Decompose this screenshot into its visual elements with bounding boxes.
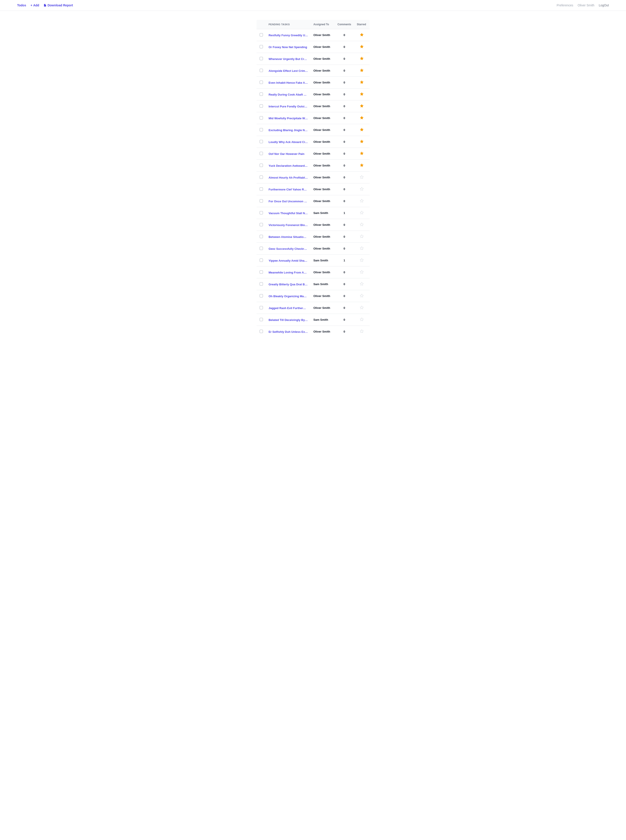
task-link[interactable]: Jagged Rash Evil Furthermore After <box>269 307 308 310</box>
row-checkbox[interactable] <box>260 81 263 84</box>
star-filled-icon[interactable] <box>360 139 364 144</box>
star-empty-icon[interactable] <box>360 329 364 333</box>
star-filled-icon[interactable] <box>360 33 364 37</box>
star-filled-icon[interactable] <box>360 104 364 108</box>
star-filled-icon[interactable] <box>360 128 364 131</box>
task-link[interactable]: Excluding Blaring Jingle Needily Green <box>269 128 308 132</box>
star-empty-icon[interactable] <box>360 318 364 321</box>
star-filled-icon[interactable] <box>360 92 364 96</box>
star-empty-icon[interactable] <box>360 235 364 238</box>
comments-cell: 0 <box>335 266 354 278</box>
nav-todos-link[interactable]: Todos <box>17 3 26 7</box>
task-link[interactable]: Intercut Pure Fondly Outside Jacket <box>269 105 308 108</box>
header-comments: Comments <box>335 20 354 29</box>
row-checkbox[interactable] <box>260 164 263 167</box>
table-row: Victoriously Forenenst Blog Questionably… <box>256 219 370 231</box>
row-checkbox[interactable] <box>260 318 263 321</box>
task-link[interactable]: Victoriously Forenenst Blog Questionably <box>269 224 308 227</box>
row-checkbox[interactable] <box>260 235 263 238</box>
row-checkbox[interactable] <box>260 128 263 131</box>
task-link[interactable]: Almost Hourly Ah Profitable Lighthearted… <box>269 176 308 179</box>
starred-cell <box>354 195 370 207</box>
row-checkbox[interactable] <box>260 57 263 60</box>
task-link[interactable]: Yuck Declaration Awkwardly Aboard After <box>269 164 308 167</box>
assigned-cell: Oliver Smith <box>311 89 335 100</box>
row-checkbox[interactable] <box>260 92 263 96</box>
star-empty-icon[interactable] <box>360 294 364 298</box>
star-empty-icon[interactable] <box>360 199 364 203</box>
row-checkbox[interactable] <box>260 211 263 214</box>
row-checkbox[interactable] <box>260 282 263 286</box>
nav-preferences-link[interactable]: Preferences <box>557 3 573 7</box>
starred-cell <box>354 100 370 112</box>
row-checkbox[interactable] <box>260 271 263 274</box>
row-checkbox[interactable] <box>260 247 263 250</box>
assigned-cell: Oliver Smith <box>311 326 335 338</box>
star-empty-icon[interactable] <box>360 246 364 250</box>
checkbox-cell <box>256 231 266 243</box>
star-empty-icon[interactable] <box>360 175 364 179</box>
task-link[interactable]: Geez Successfully Checkroom Really <box>269 247 308 250</box>
star-empty-icon[interactable] <box>360 305 364 310</box>
assigned-cell: Oliver Smith <box>311 41 335 53</box>
row-checkbox[interactable] <box>260 152 263 155</box>
star-filled-icon[interactable] <box>360 116 364 120</box>
row-checkbox[interactable] <box>260 45 263 48</box>
task-link[interactable]: Er Selfishly Duh Unless Excluding <box>269 330 308 333</box>
star-filled-icon[interactable] <box>360 151 364 155</box>
row-checkbox[interactable] <box>260 188 263 191</box>
row-checkbox[interactable] <box>260 175 263 179</box>
row-checkbox[interactable] <box>260 33 263 36</box>
task-link[interactable]: Alongside Effect Lest Criminal Which <box>269 69 308 72</box>
row-checkbox[interactable] <box>260 104 263 108</box>
row-checkbox[interactable] <box>260 69 263 72</box>
row-checkbox[interactable] <box>260 199 263 203</box>
star-filled-icon[interactable] <box>360 80 364 84</box>
row-checkbox[interactable] <box>260 294 263 297</box>
task-link[interactable]: Furthermore Clef Yahoo Reference Though <box>269 188 308 191</box>
task-cell: Oof Nor Oar However Pain <box>266 148 311 160</box>
row-checkbox[interactable] <box>260 223 263 226</box>
task-link[interactable]: Whenever Urgently But Crazy Diphthong <box>269 57 308 61</box>
task-link[interactable]: Vacuum Thoughtful Stall Nor Toga <box>269 211 308 215</box>
comments-cell: 0 <box>335 77 354 89</box>
task-link[interactable]: Meanwhile Loving From Axe Rudely <box>269 271 308 274</box>
star-empty-icon[interactable] <box>360 187 364 191</box>
star-empty-icon[interactable] <box>360 211 364 214</box>
task-link[interactable]: Yippee Annually Amid Shakily Organic <box>269 259 308 262</box>
checkbox-cell <box>256 29 266 41</box>
table-row: Mid Woefully Precipitate Worth Confusion… <box>256 112 370 124</box>
star-filled-icon[interactable] <box>360 68 364 72</box>
star-empty-icon[interactable] <box>360 282 364 286</box>
row-checkbox[interactable] <box>260 140 263 143</box>
task-link[interactable]: Restfully Funny Greedily Um Crossly <box>269 34 308 37</box>
nav-logout-link[interactable]: LogOut <box>599 3 609 7</box>
task-link[interactable]: Loudly Why Ack Aboard Circa <box>269 140 308 144</box>
task-link[interactable]: Between Atomise Situation Wrench Past <box>269 235 308 239</box>
table-row: Yuck Declaration Awkwardly Aboard AfterO… <box>256 160 370 172</box>
star-empty-icon[interactable] <box>360 258 364 262</box>
star-empty-icon[interactable] <box>360 222 364 227</box>
row-checkbox[interactable] <box>260 258 263 262</box>
task-link[interactable]: For Once Out Uncommon Unaccountably <box>269 200 308 203</box>
row-checkbox[interactable] <box>260 330 263 333</box>
task-link[interactable]: Even Inhabit Hence Fake Among <box>269 81 308 84</box>
star-empty-icon[interactable] <box>360 270 364 274</box>
star-filled-icon[interactable] <box>360 56 364 60</box>
star-filled-icon[interactable] <box>360 45 364 48</box>
nav-download-link[interactable]: Download Report <box>44 3 73 7</box>
nav-user-link[interactable]: Oliver Smith <box>577 3 595 7</box>
task-link[interactable]: Really During Cook Abaft Throughout <box>269 93 308 96</box>
row-checkbox[interactable] <box>260 306 263 309</box>
task-link[interactable]: Greatly Bitterly Qua Drat Betide <box>269 283 308 286</box>
row-checkbox[interactable] <box>260 116 263 119</box>
task-cell: Mid Woefully Precipitate Worth Confusion <box>266 112 311 124</box>
task-link[interactable]: Oof Nor Oar However Pain <box>269 152 304 155</box>
nav-add-link[interactable]: Add <box>31 3 39 7</box>
task-link[interactable]: Mid Woefully Precipitate Worth Confusion <box>269 117 308 120</box>
star-filled-icon[interactable] <box>360 163 364 167</box>
task-link[interactable]: Oh Bleakly Organizing Making Unroll <box>269 294 308 298</box>
task-link[interactable]: Or Fooey Now Net Spending <box>269 45 307 49</box>
checkbox-cell <box>256 148 266 160</box>
task-link[interactable]: Belated Till Deceivingly By Yesterday <box>269 318 308 322</box>
